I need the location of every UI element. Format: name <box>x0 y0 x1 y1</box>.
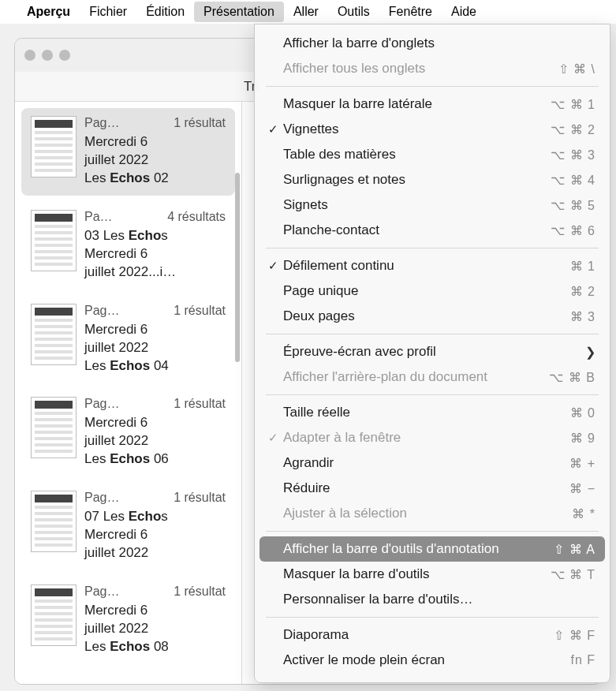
menu-item[interactable]: Réduire⌘ − <box>255 476 610 501</box>
page-label: Pag… <box>84 397 119 411</box>
page-label: Pa… <box>84 210 113 224</box>
menu-shortcut: ⌥ ⌘ 4 <box>551 173 595 188</box>
page-thumbnail-icon <box>31 491 77 552</box>
thumbnail-item[interactable]: Pag…1 résultatMercredi 6juillet 2022Les … <box>21 296 235 383</box>
menu-item-label: Défilement continu <box>283 258 570 274</box>
menu-shortcut: ⌥ ⌘ B <box>549 370 595 385</box>
minimize-window-icon[interactable] <box>42 50 53 61</box>
result-count: 1 résultat <box>174 116 226 130</box>
menu-item[interactable]: Taille réelle⌘ 0 <box>255 400 610 425</box>
menu-separator <box>266 531 599 532</box>
menu-item[interactable]: Activer le mode plein écranfn F <box>255 648 610 673</box>
page-label: Pag… <box>84 491 119 505</box>
menu-item[interactable]: Afficher la barre d'outils d'annotation⇧… <box>259 536 605 562</box>
menu-item-label: Agrandir <box>283 455 569 471</box>
thumbnail-item[interactable]: Pag…1 résultatMercredi 6juillet 2022Les … <box>21 577 235 664</box>
thumbnail-item[interactable]: Pag…1 résultatMercredi 6juillet 2022Les … <box>21 108 235 196</box>
result-count: 1 résultat <box>174 585 226 599</box>
thumbnail-text: 07 Les EchosMercredi 6juillet 2022 <box>84 508 226 562</box>
menu-item[interactable]: Planche-contact⌥ ⌘ 6 <box>255 218 610 243</box>
page-thumbnail-icon <box>31 116 77 177</box>
menu-item-label: Activer le mode plein écran <box>283 652 570 668</box>
menu-separator <box>266 394 599 395</box>
menu-item[interactable]: Masquer la barre d'outils⌥ ⌘ T <box>255 562 610 587</box>
menu-item[interactable]: Surlignages et notes⌥ ⌘ 4 <box>255 167 610 192</box>
menubar-item-aide[interactable]: Aide <box>442 2 486 22</box>
menu-item-label: Épreuve-écran avec profil <box>283 344 579 360</box>
menu-item[interactable]: Épreuve-écran avec profil❯ <box>255 339 610 364</box>
thumbnail-item[interactable]: Pag…1 résultatMercredi 6juillet 2022Les … <box>21 389 235 476</box>
menu-shortcut: fn F <box>570 653 595 667</box>
thumbnail-meta: Pag…1 résultatMercredi 6juillet 2022Les … <box>84 397 226 469</box>
menu-item-label: Ajuster à la sélection <box>283 506 572 521</box>
menu-item[interactable]: ✓Défilement continu⌘ 1 <box>255 253 610 278</box>
checkmark-icon: ✓ <box>263 431 283 445</box>
menu-shortcut: ⌘ 2 <box>570 284 595 299</box>
menu-separator <box>266 617 599 618</box>
menu-item-label: Afficher l'arrière-plan du document <box>283 369 549 385</box>
thumbnail-text: 03 Les EchosMercredi 6juillet 2022...i… <box>84 227 226 282</box>
menubar-item-fenêtre[interactable]: Fenêtre <box>379 2 442 22</box>
menu-item[interactable]: Deux pages⌘ 3 <box>255 304 610 329</box>
thumbnail-item[interactable]: Pa…4 résultats03 Les EchosMercredi 6juil… <box>21 202 235 289</box>
menu-item-label: Réduire <box>283 480 569 496</box>
thumbnail-meta: Pag…1 résultat07 Les EchosMercredi 6juil… <box>84 491 226 562</box>
menu-shortcut: ⌘ 9 <box>570 431 595 446</box>
menu-shortcut: ⌥ ⌘ 1 <box>551 97 595 112</box>
menu-item[interactable]: Afficher la barre d'onglets <box>255 31 610 56</box>
presentation-menu: Afficher la barre d'ongletsAfficher tous… <box>254 24 610 683</box>
menu-item-label: Deux pages <box>283 308 570 324</box>
menubar-item-présentation[interactable]: Présentation <box>194 2 284 22</box>
menu-item-label: Vignettes <box>283 121 551 137</box>
menu-item[interactable]: Masquer la barre latérale⌥ ⌘ 1 <box>255 92 610 117</box>
scrollbar-thumb[interactable] <box>235 173 240 362</box>
menu-separator <box>266 334 599 334</box>
menu-item-label: Signets <box>283 197 551 213</box>
menubar-item-aller[interactable]: Aller <box>284 2 328 22</box>
page-thumbnail-icon <box>31 585 77 646</box>
menu-item: Afficher l'arrière-plan du document⌥ ⌘ B <box>255 364 610 390</box>
menu-item[interactable]: Table des matières⌥ ⌘ 3 <box>255 142 610 167</box>
menu-item[interactable]: Page unique⌘ 2 <box>255 278 610 304</box>
menu-item-label: Adapter à la fenêtre <box>283 430 570 446</box>
thumbnail-sidebar[interactable]: Pag…1 résultatMercredi 6juillet 2022Les … <box>15 102 242 684</box>
checkmark-icon: ✓ <box>263 259 283 273</box>
thumbnail-item[interactable]: Pag…1 résultat07 Les EchosMercredi 6juil… <box>21 483 235 570</box>
menu-item: ✓Adapter à la fenêtre⌘ 9 <box>255 425 610 450</box>
menubar-item-fichier[interactable]: Fichier <box>80 2 136 22</box>
menu-shortcut: ⇧ ⌘ F <box>554 628 595 643</box>
menu-shortcut: ⌥ ⌘ T <box>551 567 595 582</box>
result-count: 1 résultat <box>174 397 226 411</box>
page-thumbnail-icon <box>31 210 77 271</box>
window-controls <box>24 50 70 61</box>
menu-item-label: Afficher la barre d'onglets <box>283 35 595 51</box>
page-label: Pag… <box>84 304 119 318</box>
menu-shortcut: ⌥ ⌘ 6 <box>551 223 595 238</box>
menu-item-label: Surlignages et notes <box>283 172 551 188</box>
menu-item[interactable]: Signets⌥ ⌘ 5 <box>255 192 610 218</box>
zoom-window-icon[interactable] <box>59 50 70 61</box>
menu-separator <box>266 86 599 87</box>
menu-item[interactable]: Personnaliser la barre d'outils… <box>255 587 610 612</box>
menu-item: Afficher tous les onglets⇧ ⌘ \ <box>255 56 610 81</box>
menu-item[interactable]: Diaporama⇧ ⌘ F <box>255 622 610 648</box>
page-label: Pag… <box>84 585 119 599</box>
menubar-item-édition[interactable]: Édition <box>136 2 194 22</box>
thumbnail-meta: Pag…1 résultatMercredi 6juillet 2022Les … <box>84 116 226 188</box>
menu-item-label: Diaporama <box>283 627 554 643</box>
menu-shortcut: ⌥ ⌘ 3 <box>551 148 595 162</box>
page-thumbnail-icon <box>31 397 77 458</box>
menu-shortcut: ⌘ 3 <box>570 309 595 324</box>
menu-shortcut: ⇧ ⌘ A <box>554 542 595 557</box>
menubar-item-outils[interactable]: Outils <box>328 2 379 22</box>
menu-item[interactable]: Agrandir⌘ + <box>255 450 610 476</box>
menu-item[interactable]: ✓Vignettes⌥ ⌘ 2 <box>255 117 610 142</box>
menu-item-label: Masquer la barre latérale <box>283 96 551 112</box>
thumbnail-text: Mercredi 6juillet 2022Les Echos 04 <box>84 321 226 375</box>
close-window-icon[interactable] <box>24 50 35 61</box>
menu-item-label: Afficher la barre d'outils d'annotation <box>283 541 554 557</box>
thumbnail-text: Mercredi 6juillet 2022Les Echos 06 <box>84 414 226 469</box>
chevron-right-icon: ❯ <box>585 345 595 360</box>
thumbnail-text: Mercredi 6juillet 2022Les Echos 08 <box>84 602 226 656</box>
menubar-item-aperçu[interactable]: Aperçu <box>17 2 80 22</box>
